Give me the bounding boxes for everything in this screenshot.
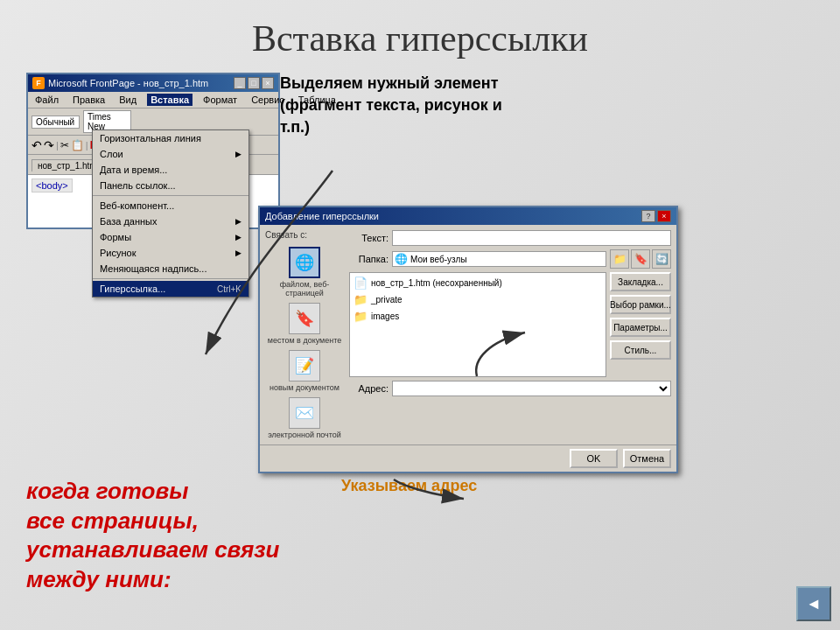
dlg-folder-row: Папка: 🌐 Мои веб-узлы 📁 🔖 🔄 — [349, 249, 671, 269]
link-type-newdoc-icon: 📝 — [289, 350, 320, 382]
fp-minimize-btn[interactable]: _ — [234, 77, 246, 89]
menu-file[interactable]: Файл — [32, 94, 62, 106]
menu-item-hyperlink[interactable]: Гиперссылка... Ctrl+K — [93, 281, 248, 297]
dlg-filelist[interactable]: 📄 нов_стр_1.htm (несохраненный) 📁 _priva… — [349, 272, 606, 377]
menu-item-forms[interactable]: Формы ▶ — [93, 229, 248, 245]
bottom-text: когда готовывсе страницы,устанавливаем с… — [26, 477, 279, 595]
link-type-bookmark-icon: 🔖 — [289, 303, 320, 334]
link-type-web[interactable]: 🌐 файлом, веб-страницей — [265, 247, 344, 298]
menu-insert[interactable]: Вставка — [147, 94, 192, 106]
fp-titlebar: F Microsoft FrontPage - нов_стр_1.htm _ … — [28, 74, 278, 92]
link-type-email-icon: ✉️ — [289, 397, 320, 429]
fp-app-icon: F — [32, 77, 45, 89]
style-btn[interactable]: Стиль... — [610, 340, 671, 360]
bookmark-folder-btn[interactable]: 🔖 — [631, 249, 650, 269]
file-name-0: нов_стр_1.htm (несохраненный) — [371, 278, 502, 288]
bookmark-btn[interactable]: Закладка... — [610, 272, 671, 291]
menu-item-horizontal-line[interactable]: Горизонтальная линия — [93, 130, 248, 146]
dlg-address-select[interactable] — [392, 381, 671, 396]
menu-format[interactable]: Формат — [200, 94, 241, 106]
dlg-body: Связать с: 🌐 файлом, веб-страницей 🔖 мес… — [260, 225, 676, 444]
submenu-arrow4: ▶ — [235, 248, 242, 257]
link-type-email-label: электронной почтой — [268, 430, 341, 439]
dlg-folder-value[interactable]: 🌐 Мои веб-узлы — [392, 251, 606, 267]
file-name-2: images — [371, 312, 399, 321]
toolbar-icon-4: 📋 — [71, 139, 84, 151]
dlg-main-area: 📄 нов_стр_1.htm (несохраненный) 📁 _priva… — [349, 272, 671, 377]
menu-item-database[interactable]: База данных ▶ — [93, 214, 248, 229]
dlg-link-types: Связать с: 🌐 файлом, веб-страницей 🔖 мес… — [265, 230, 344, 439]
dlg-titlebar: Добавление гиперссылки ? × — [260, 207, 676, 225]
insert-dropdown-menu: Горизонтальная линия Слои ▶ Дата и время… — [92, 130, 249, 298]
link-type-new-doc[interactable]: 📝 новым документом — [265, 350, 344, 392]
dlg-title: Добавление гиперссылки — [265, 211, 379, 221]
dlg-footer: OK Отмена — [260, 444, 676, 472]
file-name-1: _private — [371, 295, 402, 304]
select-frame-btn[interactable]: Выбор рамки... — [610, 295, 671, 314]
fp-maximize-btn[interactable]: □ — [248, 77, 260, 89]
hyperlink-dialog: Добавление гиперссылки ? × Связать с: 🌐 … — [258, 206, 678, 473]
dlg-connect-label: Связать с: — [265, 230, 344, 240]
style-dropdown[interactable]: Обычный — [32, 116, 80, 129]
dlg-titlebar-buttons: ? × — [641, 210, 671, 222]
hyperlink-shortcut: Ctrl+K — [217, 284, 242, 294]
nav-prev-btn[interactable]: ◄ — [796, 586, 831, 621]
dlg-address-row: Адрес: — [349, 381, 671, 396]
file-item-1[interactable]: 📁 _private — [352, 291, 604, 308]
dlg-text-input[interactable] — [392, 230, 671, 246]
link-type-newdoc-label: новым документом — [270, 383, 340, 392]
parameters-btn[interactable]: Параметры... — [610, 318, 671, 337]
fp-breadcrumb: <body> — [32, 178, 73, 192]
menu-item-web-component[interactable]: Веб-компонент... — [93, 198, 248, 214]
dlg-text-row: Текст: — [349, 230, 671, 246]
dlg-action-buttons: Закладка... Выбор рамки... Параметры... … — [610, 272, 671, 377]
submenu-arrow3: ▶ — [235, 233, 242, 242]
folder-text: Мои веб-узлы — [410, 255, 467, 264]
fp-menubar: Файл Правка Вид Вставка Формат Сервис Та… — [28, 92, 278, 108]
link-type-web-label: файлом, веб-страницей — [265, 280, 344, 298]
fp-close-btn[interactable]: × — [262, 77, 274, 89]
folder-icon: 🌐 — [395, 253, 408, 265]
dlg-close-btn[interactable]: × — [657, 210, 671, 222]
menu-view[interactable]: Вид — [116, 94, 140, 106]
fp-window-controls: _ □ × — [234, 77, 274, 89]
menu-item-marquee[interactable]: Меняющаяся надпись... — [93, 261, 248, 276]
dlg-folder-icons: 📁 🔖 🔄 — [610, 249, 671, 269]
submenu-arrow2: ▶ — [235, 217, 242, 226]
link-type-bookmark-label: местом в документе — [268, 336, 342, 345]
dlg-folder-label: Папка: — [349, 254, 388, 264]
frontpage-window: F Microsoft FrontPage - нов_стр_1.htm _ … — [26, 73, 280, 229]
link-type-web-icon: 🌐 — [289, 247, 320, 278]
address-hint: Указываем адрес — [341, 477, 477, 495]
file-icon-0: 📄 — [354, 276, 368, 290]
toolbar-separator2: | — [86, 140, 88, 150]
file-icon-1: 📁 — [354, 293, 368, 306]
toolbar-icon-2: ↷ — [44, 138, 54, 152]
menu-item-link-panel[interactable]: Панель ссылок... — [93, 178, 248, 193]
menu-edit[interactable]: Правка — [69, 94, 108, 106]
file-icon-2: 📁 — [354, 310, 368, 323]
link-type-email[interactable]: ✉️ электронной почтой — [265, 397, 344, 439]
fp-window-title: Microsoft FrontPage - нов_стр_1.htm — [48, 78, 230, 88]
menu-item-date[interactable]: Дата и время... — [93, 162, 248, 178]
submenu-arrow: ▶ — [235, 150, 242, 158]
top-right-annotation: Выделяем нужный элемент (фрагмент текста… — [280, 73, 525, 139]
menu-item-picture[interactable]: Рисунок ▶ — [93, 245, 248, 261]
dlg-address-label: Адрес: — [349, 383, 388, 394]
browse-folder-btn[interactable]: 📁 — [610, 249, 629, 269]
dlg-text-label: Текст: — [349, 233, 388, 243]
page-title: Вставка гиперссылки — [0, 0, 840, 60]
nav-prev-icon: ◄ — [806, 595, 822, 613]
file-item-0[interactable]: 📄 нов_стр_1.htm (несохраненный) — [352, 275, 604, 291]
toolbar-separator: | — [56, 140, 59, 150]
dlg-help-btn[interactable]: ? — [641, 210, 655, 222]
menu-item-layers[interactable]: Слои ▶ — [93, 146, 248, 162]
toolbar-icon-1: ↶ — [32, 138, 42, 152]
dlg-right-panel: Текст: Папка: 🌐 Мои веб-узлы 📁 🔖 🔄 — [349, 230, 671, 439]
toolbar-icon-3: ✂ — [60, 139, 69, 151]
cancel-btn[interactable]: Отмена — [623, 449, 671, 468]
refresh-btn[interactable]: 🔄 — [652, 249, 671, 269]
ok-btn[interactable]: OK — [570, 449, 618, 468]
file-item-2[interactable]: 📁 images — [352, 308, 604, 325]
link-type-bookmark[interactable]: 🔖 местом в документе — [265, 303, 344, 345]
